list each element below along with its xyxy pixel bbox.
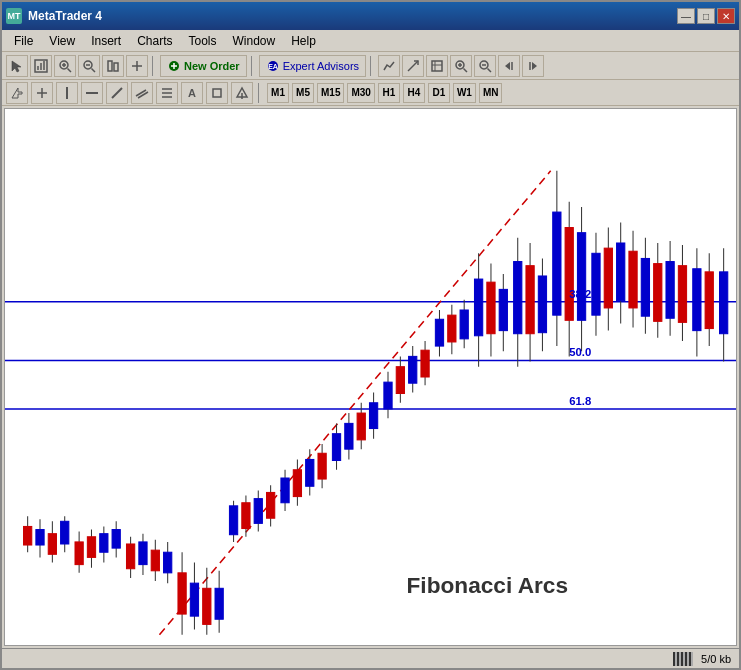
title-bar: MT MetaTrader 4 — □ ✕ bbox=[2, 2, 739, 30]
maximize-button[interactable]: □ bbox=[697, 8, 715, 24]
menu-window[interactable]: Window bbox=[225, 32, 284, 50]
svg-text:Fibonacci Arcs: Fibonacci Arcs bbox=[407, 572, 569, 598]
tf-m5[interactable]: M5 bbox=[292, 83, 314, 103]
zoom-chart-in[interactable] bbox=[450, 55, 472, 77]
text-tool[interactable]: A bbox=[181, 82, 203, 104]
file-size: 5/0 kb bbox=[701, 653, 731, 665]
cursor-tool[interactable] bbox=[6, 55, 28, 77]
separator-3 bbox=[370, 56, 374, 76]
chart-area[interactable]: 38.2 50.0 61.8 Fibonacci Arcs bbox=[5, 109, 736, 645]
menu-insert[interactable]: Insert bbox=[83, 32, 129, 50]
svg-rect-75 bbox=[178, 573, 186, 614]
scroll-right-btn[interactable] bbox=[522, 55, 544, 77]
menu-help[interactable]: Help bbox=[283, 32, 324, 50]
svg-rect-133 bbox=[553, 212, 561, 315]
toolbar-main: New Order EA Expert Advisors bbox=[2, 52, 739, 80]
svg-text:50.0: 50.0 bbox=[569, 346, 591, 358]
svg-rect-79 bbox=[203, 588, 211, 624]
chart-tool2[interactable] bbox=[402, 55, 424, 77]
svg-rect-155 bbox=[693, 269, 701, 331]
svg-rect-103 bbox=[357, 413, 365, 440]
svg-rect-51 bbox=[24, 526, 32, 545]
svg-rect-93 bbox=[293, 470, 301, 497]
chart-tool3[interactable] bbox=[426, 55, 448, 77]
menu-charts[interactable]: Charts bbox=[129, 32, 180, 50]
svg-line-9 bbox=[92, 68, 96, 72]
fib-retr-tool[interactable] bbox=[156, 82, 178, 104]
trend-line-tool[interactable] bbox=[106, 82, 128, 104]
svg-rect-55 bbox=[48, 534, 56, 555]
svg-rect-127 bbox=[514, 262, 522, 334]
tf-mn[interactable]: MN bbox=[479, 83, 503, 103]
svg-rect-137 bbox=[577, 233, 585, 321]
menu-tools[interactable]: Tools bbox=[181, 32, 225, 50]
svg-rect-97 bbox=[318, 453, 326, 479]
svg-rect-69 bbox=[139, 542, 147, 565]
expert-advisors-button[interactable]: EA Expert Advisors bbox=[259, 55, 366, 77]
svg-rect-11 bbox=[108, 61, 112, 71]
svg-rect-99 bbox=[332, 434, 340, 461]
svg-line-29 bbox=[488, 68, 492, 72]
scroll-left-btn[interactable] bbox=[498, 55, 520, 77]
svg-rect-153 bbox=[678, 266, 686, 323]
svg-rect-101 bbox=[345, 423, 353, 449]
tf-h1[interactable]: H1 bbox=[378, 83, 400, 103]
svg-rect-107 bbox=[384, 382, 392, 409]
separator-1 bbox=[152, 56, 156, 76]
svg-text:38.2: 38.2 bbox=[569, 288, 591, 300]
svg-rect-67 bbox=[126, 544, 134, 569]
svg-rect-111 bbox=[409, 356, 417, 383]
zoom-out-btn[interactable] bbox=[78, 55, 100, 77]
menu-file[interactable]: File bbox=[6, 32, 41, 50]
zoom-in-btn[interactable] bbox=[54, 55, 76, 77]
svg-rect-81 bbox=[215, 588, 223, 619]
period-sep-btn[interactable] bbox=[126, 55, 148, 77]
zoom-chart-out[interactable] bbox=[474, 55, 496, 77]
shape-tool[interactable] bbox=[206, 82, 228, 104]
svg-rect-43 bbox=[213, 89, 221, 97]
svg-rect-89 bbox=[267, 492, 275, 518]
svg-rect-65 bbox=[112, 530, 120, 549]
svg-line-39 bbox=[138, 92, 148, 98]
svg-rect-119 bbox=[460, 310, 468, 339]
svg-rect-147 bbox=[641, 258, 649, 316]
arrow-draw-tool[interactable] bbox=[231, 82, 253, 104]
tf-m30[interactable]: M30 bbox=[347, 83, 374, 103]
svg-rect-115 bbox=[435, 319, 443, 346]
svg-rect-129 bbox=[526, 266, 534, 334]
menu-view[interactable]: View bbox=[41, 32, 83, 50]
svg-rect-77 bbox=[190, 583, 198, 616]
svg-text:61.8: 61.8 bbox=[569, 395, 591, 407]
svg-line-37 bbox=[112, 88, 122, 98]
svg-rect-63 bbox=[100, 534, 108, 553]
svg-rect-53 bbox=[36, 530, 44, 545]
tf-m1[interactable]: M1 bbox=[267, 83, 289, 103]
close-button[interactable]: ✕ bbox=[717, 8, 735, 24]
svg-rect-85 bbox=[242, 503, 250, 529]
svg-rect-91 bbox=[281, 478, 289, 503]
tf-h4[interactable]: H4 bbox=[403, 83, 425, 103]
tf-w1[interactable]: W1 bbox=[453, 83, 476, 103]
svg-rect-139 bbox=[592, 253, 600, 315]
crosshair-tool[interactable] bbox=[31, 82, 53, 104]
svg-text:EA: EA bbox=[268, 63, 278, 70]
app-icon: MT bbox=[6, 8, 22, 24]
tf-m15[interactable]: M15 bbox=[317, 83, 344, 103]
vertical-line-tool[interactable] bbox=[56, 82, 78, 104]
channel-tool[interactable] bbox=[131, 82, 153, 104]
svg-rect-87 bbox=[254, 499, 262, 524]
tf-d1[interactable]: D1 bbox=[428, 83, 450, 103]
svg-line-38 bbox=[136, 90, 146, 96]
horizontal-line-tool[interactable] bbox=[81, 82, 103, 104]
new-order-button[interactable]: New Order bbox=[160, 55, 247, 77]
chart-type-btn[interactable] bbox=[102, 55, 124, 77]
minimize-button[interactable]: — bbox=[677, 8, 695, 24]
main-window: MT MetaTrader 4 — □ ✕ File View Insert C… bbox=[0, 0, 741, 670]
svg-rect-61 bbox=[87, 537, 95, 558]
svg-rect-149 bbox=[654, 264, 662, 322]
new-chart-btn[interactable] bbox=[30, 55, 52, 77]
svg-rect-123 bbox=[487, 282, 495, 334]
arrow-tool[interactable] bbox=[6, 82, 28, 104]
svg-rect-59 bbox=[75, 542, 83, 565]
chart-tool1[interactable] bbox=[378, 55, 400, 77]
